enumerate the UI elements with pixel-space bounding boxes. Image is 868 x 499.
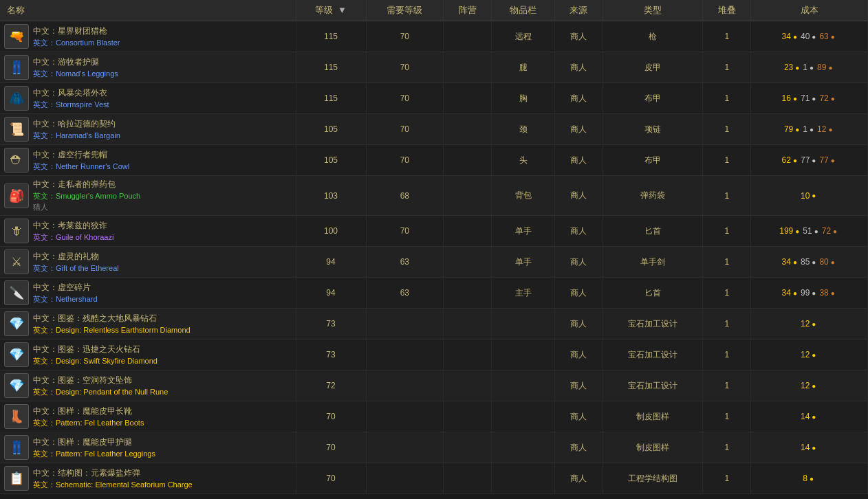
header-camp[interactable]: 阵营	[444, 0, 492, 21]
header-source[interactable]: 来源	[554, 0, 603, 21]
cost-c: 12	[817, 124, 826, 134]
header-slot[interactable]: 物品栏	[492, 0, 554, 21]
item-zh-name: 中文：走私者的弹药包	[33, 179, 140, 190]
item-source: 商人	[554, 216, 603, 247]
item-en-name: 英文：Gift of the Ethereal	[33, 263, 119, 274]
item-stack: 1	[703, 340, 751, 370]
table-row[interactable]: ⛑中文：虚空行者兜帽英文：Nether Runner's Cowl10570头商…	[0, 145, 868, 176]
item-source: 商人	[554, 463, 603, 494]
coin-icon-g: ●	[810, 475, 814, 483]
header-level[interactable]: 等级 ▼	[296, 0, 366, 21]
item-camp	[444, 21, 492, 52]
item-cost: 14●	[751, 432, 868, 463]
table-row[interactable]: 🧥中文：风暴尖塔外衣英文：Stormspire Vest11570胸商人布甲11…	[0, 83, 868, 114]
item-req-level	[366, 463, 444, 494]
table-row[interactable]: 👖中文：图样：魔能皮甲护腿英文：Pattern: Fel Leather Leg…	[0, 432, 868, 463]
table-row[interactable]: 📜中文：哈拉迈德的契约英文：Haramad's Bargain10570颈商人项…	[0, 114, 868, 145]
item-cost: 34●85●80●	[751, 247, 868, 278]
item-name-cell: 👢中文：图样：魔能皮甲长靴英文：Pattern: Fel Leather Boo…	[0, 401, 296, 432]
item-source: 商人	[554, 340, 603, 370]
table-row[interactable]: 💎中文：图鉴：迅捷之天火钻石英文：Design: Swift Skyfire D…	[0, 340, 868, 370]
cost-g: 199	[779, 226, 793, 236]
item-name-cell: 🎒中文：走私者的弹药包英文：Smuggler's Ammo Pouch猎人	[0, 176, 296, 216]
item-slot	[492, 401, 554, 432]
item-stack: 1	[703, 247, 751, 278]
item-source: 商人	[554, 278, 603, 309]
item-en-name: 英文：Haramad's Bargain	[33, 131, 120, 141]
item-cost: 23●1●89●	[751, 52, 868, 83]
table-row[interactable]: 👖中文：游牧者护腿英文：Nomad's Leggings11570腿商人皮甲12…	[0, 52, 868, 83]
item-slot	[492, 463, 554, 494]
coin-icon-c: ●	[828, 126, 832, 133]
header-cost[interactable]: 成本	[751, 0, 868, 21]
cost-s: 77	[801, 155, 810, 165]
coin-icon-g: ●	[793, 157, 797, 164]
cost-g: 12	[801, 350, 810, 359]
item-camp	[444, 145, 492, 176]
cost-c: 77	[819, 155, 828, 165]
coin-icon-g: ●	[812, 382, 816, 390]
table-row[interactable]: 🔪中文：虚空碎片英文：Nethershard9463主手商人匕首134●99●3…	[0, 278, 868, 309]
coin-icon-g: ●	[793, 258, 797, 266]
header-type[interactable]: 类型	[603, 0, 702, 21]
table-row[interactable]: 👢中文：图样：魔能皮甲长靴英文：Pattern: Fel Leather Boo…	[0, 401, 868, 432]
item-type: 布甲	[603, 83, 702, 114]
item-stack: 1	[703, 145, 751, 176]
item-slot: 主手	[492, 278, 554, 309]
table-header-row: 名称 等级 ▼ 需要等级 阵营 物品栏 来源 类型 堆叠 成本	[0, 0, 868, 21]
item-type: 宝石加工设计	[603, 370, 702, 401]
cost-c: 63	[819, 32, 828, 41]
item-name-cell: ⚔中文：虚灵的礼物英文：Gift of the Ethereal	[0, 247, 296, 278]
item-source: 商人	[554, 21, 603, 52]
item-en-name: 英文：Design: Relentless Earthstorm Diamond	[33, 325, 191, 335]
item-req-level: 63	[366, 247, 444, 278]
item-stack: 1	[703, 370, 751, 401]
item-zh-name: 中文：结构图：元素爆盐炸弹	[33, 467, 193, 479]
table-row[interactable]: 💎中文：图鉴：残酷之大地风暴钻石英文：Design: Relentless Ea…	[0, 309, 868, 340]
item-cost: 12●	[751, 309, 868, 340]
coin-icon-g: ●	[795, 64, 799, 71]
item-cost: 8●	[751, 463, 868, 494]
header-stack[interactable]: 堆叠	[703, 0, 751, 21]
item-level: 105	[296, 114, 366, 145]
item-zh-name: 中文：星界财团猎枪	[33, 25, 120, 37]
item-camp	[444, 83, 492, 114]
table-row[interactable]: 🔫中文：星界财团猎枪英文：Consortium Blaster11570远程商人…	[0, 21, 868, 52]
item-icon: 📋	[4, 466, 29, 491]
cost-g: 14	[801, 443, 810, 452]
item-level: 100	[296, 216, 366, 247]
item-icon: ⛑	[4, 148, 29, 173]
item-en-name: 英文：Guile of Khoraazi	[33, 232, 113, 243]
item-en-name: 英文：Design: Pendant of the Null Rune	[33, 387, 168, 397]
item-type: 布甲	[603, 145, 702, 176]
cost-g: 14	[801, 412, 810, 421]
cost-c: 72	[819, 93, 828, 103]
item-camp	[444, 114, 492, 145]
table-row[interactable]: 🎒中文：走私者的弹药包英文：Smuggler's Ammo Pouch猎人103…	[0, 176, 868, 216]
item-req-level: 63	[366, 278, 444, 309]
header-req-level[interactable]: 需要等级	[366, 0, 444, 21]
table-row[interactable]: 📋中文：结构图：元素爆盐炸弹英文：Schematic: Elemental Se…	[0, 463, 868, 494]
item-req-level: 70	[366, 52, 444, 83]
table-row[interactable]: 💎中文：图鉴：空洞符文坠饰英文：Design: Pendant of the N…	[0, 370, 868, 401]
item-zh-name: 中文：风暴尖塔外衣	[33, 87, 109, 99]
table-row[interactable]: 🗡中文：考莱兹的狡诈英文：Guile of Khoraazi10070单手商人匕…	[0, 216, 868, 247]
cost-c: 72	[822, 226, 831, 236]
coin-icon-g: ●	[793, 289, 797, 297]
item-source: 商人	[554, 432, 603, 463]
header-name[interactable]: 名称	[0, 0, 296, 21]
table-row[interactable]: ⚔中文：虚灵的礼物英文：Gift of the Ethereal9463单手商人…	[0, 247, 868, 278]
item-cost: 199●51●72●	[751, 216, 868, 247]
item-level: 103	[296, 176, 366, 216]
item-type: 皮甲	[603, 52, 702, 83]
item-en-name: 英文：Smuggler's Ammo Pouch	[33, 191, 140, 201]
item-icon: 💎	[4, 342, 29, 367]
item-slot: 胸	[492, 83, 554, 114]
item-req-level	[366, 309, 444, 340]
coin-icon-s: ●	[812, 289, 816, 297]
item-source: 商人	[554, 145, 603, 176]
item-icon: ⚔	[4, 250, 29, 274]
item-req-level	[366, 432, 444, 463]
item-req-level: 68	[366, 176, 444, 216]
item-name-cell: ⛑中文：虚空行者兜帽英文：Nether Runner's Cowl	[0, 145, 296, 176]
